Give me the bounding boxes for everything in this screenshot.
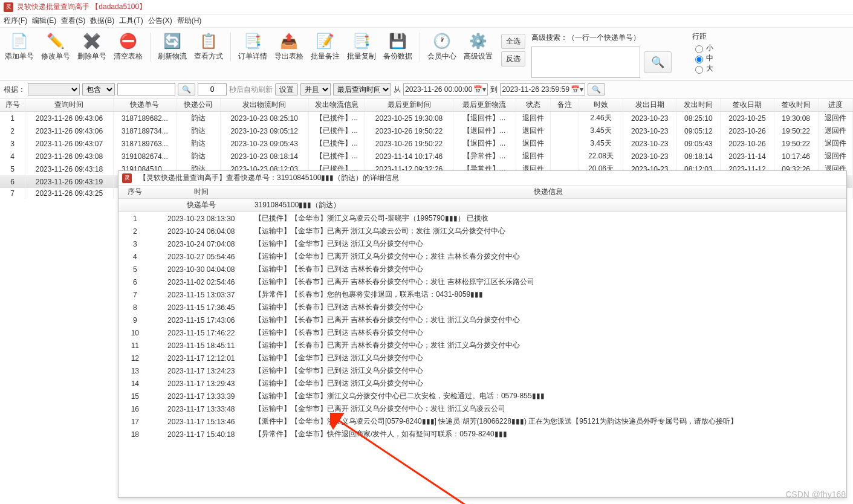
toolbar-label: 会员中心 xyxy=(427,51,456,62)
col-header[interactable]: 进度 xyxy=(818,99,852,112)
menubar: 程序(F)编辑(E)查看(S)数据(B)工具(T)公告(X)帮助(H) xyxy=(0,15,853,28)
col-header[interactable]: 查询时间 xyxy=(25,99,114,112)
toolbar-label: 修改单号 xyxy=(41,51,70,62)
search-icon: 🔍 xyxy=(592,85,601,94)
member-icon: 🕐 xyxy=(432,33,452,50)
col-header[interactable]: 序号 xyxy=(0,99,25,112)
lastquery-select[interactable]: 最后查询时间 xyxy=(333,83,391,95)
filter-op-select[interactable]: 包含 xyxy=(82,83,115,95)
order-detail-icon: 📑 xyxy=(243,33,262,50)
col-header[interactable]: 发出物流时间 xyxy=(220,99,308,112)
member-button[interactable]: 🕐会员中心 xyxy=(424,30,460,64)
col-header[interactable]: 发出时间 xyxy=(676,99,721,112)
calendar-icon: 📅▾ xyxy=(473,85,486,94)
col-header[interactable]: 序号 xyxy=(118,186,152,199)
col-header[interactable]: 签收时间 xyxy=(774,99,818,112)
clear-table-button[interactable]: ⛔清空表格 xyxy=(110,30,146,64)
refresh-icon: 🔄 xyxy=(163,33,182,50)
batch-remark-button[interactable]: 📝批量备注 xyxy=(307,30,343,64)
filter-search-button[interactable]: 🔍 xyxy=(178,83,195,95)
linegap-option[interactable]: 大 xyxy=(692,63,713,74)
line-gap-title: 行距 xyxy=(692,31,713,42)
autorefresh-label: 秒后自动刷新 xyxy=(229,85,273,95)
menu-item[interactable]: 工具(T) xyxy=(119,16,143,26)
batch-copy-icon: 📑 xyxy=(352,33,371,50)
toolbar-label: 订单详情 xyxy=(238,51,267,62)
delete-order-icon: ✖️ xyxy=(82,33,102,50)
edit-order-button[interactable]: ✏️修改单号 xyxy=(37,30,74,64)
search-icon: 🔍 xyxy=(651,56,664,69)
menu-item[interactable]: 帮助(H) xyxy=(177,16,202,26)
col-header[interactable]: 备注 xyxy=(551,99,579,112)
toolbar-label: 刷新物流 xyxy=(158,51,187,62)
menu-item[interactable]: 数据(B) xyxy=(90,16,114,26)
toolbar-label: 查看方式 xyxy=(194,51,223,62)
date-search-button[interactable]: 🔍 xyxy=(588,83,605,95)
toolbar-label: 备份数据 xyxy=(383,51,412,62)
settings-icon: ⚙️ xyxy=(469,33,488,50)
menu-item[interactable]: 程序(F) xyxy=(4,16,27,26)
date-to-input[interactable]: 2023-11-26 23:59:59📅▾ xyxy=(500,83,585,95)
col-header[interactable]: 最后更新物流 xyxy=(453,99,516,112)
menu-item[interactable]: 编辑(E) xyxy=(32,16,56,26)
col-header[interactable]: 发出物流信息 xyxy=(308,99,365,112)
backup-button[interactable]: 💾备份数据 xyxy=(380,30,416,64)
toolbar-label: 高级设置 xyxy=(464,51,493,62)
toolbar-label: 批量复制 xyxy=(347,51,376,62)
toolbar-label: 删除单号 xyxy=(77,51,106,62)
add-order-button[interactable]: 📄添加单号 xyxy=(1,30,37,64)
col-header[interactable]: 时效 xyxy=(579,99,623,112)
settings-button[interactable]: 设置 xyxy=(275,83,298,95)
detail-title: 【灵软快递批量查询高手】查看快递单号：31910845100▮▮▮（韵达）的详细… xyxy=(139,173,399,183)
col-header[interactable]: 快递单号 xyxy=(113,99,176,112)
menu-item[interactable]: 查看(S) xyxy=(61,16,85,26)
refresh-button[interactable]: 🔄刷新物流 xyxy=(154,30,190,64)
filter-bar: 根据： 包含 🔍 秒后自动刷新 设置 并且 最后查询时间 从 2023-11-2… xyxy=(0,81,853,99)
adv-search-button[interactable]: 🔍 xyxy=(644,51,672,73)
menu-item[interactable]: 公告(X) xyxy=(148,16,172,26)
table-row[interactable]: 12023-11-26 09:43:063187189682...韵达2023-… xyxy=(0,112,853,125)
adv-search-input[interactable] xyxy=(531,47,640,78)
filter-root-label: 根据： xyxy=(4,85,25,95)
linegap-option[interactable]: 小 xyxy=(692,43,713,53)
window-title: 灵软快递批量查询高手 【dadada5100】 xyxy=(17,2,146,12)
add-order-icon: 📄 xyxy=(10,33,29,50)
from-label: 从 xyxy=(394,85,401,95)
linegap-option[interactable]: 中 xyxy=(692,53,713,63)
table-row[interactable]: 42023-11-26 09:43:083191082674...韵达2023-… xyxy=(0,150,853,163)
titlebar: 灵 灵软快递批量查询高手 【dadada5100】 xyxy=(0,0,853,15)
to-label: 到 xyxy=(490,85,498,95)
delete-order-button[interactable]: ✖️删除单号 xyxy=(74,30,110,64)
detail-panel: 灵 【灵软快递批量查询高手】查看快递单号：31910845100▮▮▮（韵达）的… xyxy=(118,170,847,199)
adv-search-label: 高级搜索：（一行一个快递单号） xyxy=(531,33,689,43)
and-select[interactable]: 并且 xyxy=(300,83,331,95)
export-button[interactable]: 📤导出表格 xyxy=(271,30,307,64)
table-row[interactable]: 32023-11-26 09:43:073187189763...韵达2023-… xyxy=(0,137,853,150)
col-header[interactable]: 时间 xyxy=(152,186,251,199)
col-header[interactable]: 发出日期 xyxy=(623,99,676,112)
filter-field-select[interactable] xyxy=(28,83,80,95)
app-icon: 灵 xyxy=(122,173,132,183)
countdown-input[interactable] xyxy=(198,83,227,95)
calendar-icon: 📅▾ xyxy=(571,85,583,94)
col-header[interactable]: 状态 xyxy=(516,99,551,112)
backup-icon: 💾 xyxy=(388,33,407,50)
view-mode-button[interactable]: 📋查看方式 xyxy=(190,30,227,64)
batch-copy-button[interactable]: 📑批量复制 xyxy=(343,30,380,64)
settings-button[interactable]: ⚙️高级设置 xyxy=(460,30,496,64)
export-icon: 📤 xyxy=(279,33,299,50)
order-detail-button[interactable]: 📑订单详情 xyxy=(235,30,271,64)
invert-select-button[interactable]: 反选 xyxy=(501,51,525,66)
app-icon: 灵 xyxy=(4,2,13,12)
date-from-input[interactable]: 2023-11-26 00:00:00📅▾ xyxy=(403,83,488,95)
col-header[interactable]: 快递信息 xyxy=(251,186,846,199)
col-header[interactable]: 最后更新时间 xyxy=(365,99,453,112)
search-icon: 🔍 xyxy=(182,85,191,94)
col-header[interactable]: 快递公司 xyxy=(176,99,220,112)
table-row[interactable]: 22023-11-26 09:43:063187189734...韵达2023-… xyxy=(0,124,853,137)
col-header[interactable]: 签收日期 xyxy=(721,99,774,112)
toolbar-label: 导出表格 xyxy=(274,51,303,62)
line-gap-group: 行距 小中大 xyxy=(692,30,713,74)
select-all-button[interactable]: 全选 xyxy=(501,34,525,49)
filter-value-input[interactable] xyxy=(117,83,175,95)
